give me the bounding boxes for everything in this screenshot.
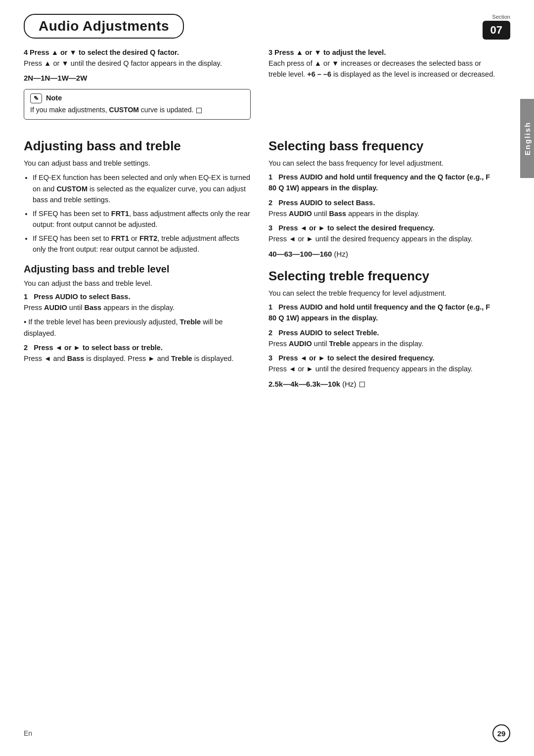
treble-freq-intro: You can select the treble frequency for … <box>268 288 495 299</box>
bass-step-3-sequence: 40—63—100—160 (Hz) <box>268 248 495 260</box>
note-content: If you make adjustments, CUSTOM curve is… <box>30 105 202 115</box>
footer-page: 29 <box>492 724 510 742</box>
step-4-body: Press ▲ or ▼ until the desired Q factor … <box>24 58 251 69</box>
left-step-1: 1 Press AUDIO to select Bass. Press AUDI… <box>24 293 251 339</box>
bass-step-2: 2 Press AUDIO to select Bass. Press AUDI… <box>268 199 495 219</box>
bass-step-2-body: Press AUDIO until Bass appears in the di… <box>268 208 495 219</box>
bass-step-3-title: 3 Press ◄ or ► to select the desired fre… <box>268 224 495 232</box>
end-marker <box>196 108 202 113</box>
page-title: Audio Adjustments <box>39 18 169 34</box>
step-4-sequence: 2N—1N—1W—2W <box>24 72 251 84</box>
treble-step-2: 2 Press AUDIO to select Treble. Press AU… <box>268 329 495 349</box>
treble-step-3-body: Press ◄ or ► until the desired frequency… <box>268 363 495 374</box>
step-3-right-body: Each press of ▲ or ▼ increases or decrea… <box>268 58 495 80</box>
bullet-3: If SFEQ has been set to FRT1 or FRT2, tr… <box>33 233 251 255</box>
treble-step-2-body: Press AUDIO until Treble appears in the … <box>268 338 495 349</box>
left-step-2-title: 2 Press ◄ or ► to select bass or treble. <box>24 344 251 352</box>
right-column: Selecting bass frequency You can select … <box>268 130 510 395</box>
left-step-2-body: Press ◄ and Bass is displayed. Press ► a… <box>24 353 251 364</box>
note-box: ✎ Note If you make adjustments, CUSTOM c… <box>24 89 251 120</box>
adjusting-intro: You can adjust bass and treble settings. <box>24 158 251 169</box>
bass-step-2-title: 2 Press AUDIO to select Bass. <box>268 199 495 207</box>
bass-step-3-body: Press ◄ or ► until the desired frequency… <box>268 233 495 244</box>
adjusting-bass-treble-heading: Adjusting bass and treble <box>24 138 251 154</box>
note-icon: ✎ <box>30 93 42 103</box>
top-right-section: 3 Press ▲ or ▼ to adjust the level. Each… <box>268 48 510 125</box>
bass-step-1: 1 Press AUDIO and hold until frequency a… <box>268 172 495 194</box>
bullet-1: If EQ-EX function has been selected and … <box>33 172 251 205</box>
bass-freq-intro: You can select the bass frequency for le… <box>268 158 495 169</box>
section-label: Section <box>483 14 510 20</box>
footer: En 29 <box>0 724 534 742</box>
step-4-title: 4 Press ▲ or ▼ to select the desired Q f… <box>24 48 251 56</box>
treble-step-1: 1 Press AUDIO and hold until frequency a… <box>268 302 495 324</box>
left-step-1-note: ▪ If the treble level has been previousl… <box>24 316 251 339</box>
treble-step-3-title: 3 Press ◄ or ► to select the desired fre… <box>268 354 495 362</box>
treble-step-3-sequence: 2.5k—4k—6.3k—10k (Hz) <box>268 378 495 390</box>
treble-step-2-title: 2 Press AUDIO to select Treble. <box>268 329 495 337</box>
bass-step-3: 3 Press ◄ or ► to select the desired fre… <box>268 224 495 260</box>
bass-step-1-title: 1 Press AUDIO and hold until frequency a… <box>268 172 495 194</box>
page: Audio Adjustments Section 07 English 4 P… <box>0 0 534 756</box>
left-step-2: 2 Press ◄ or ► to select bass or treble.… <box>24 344 251 364</box>
step-3-right-title: 3 Press ▲ or ▼ to adjust the level. <box>268 48 495 56</box>
adjusting-level-intro: You can adjust the bass and treble level… <box>24 278 251 289</box>
treble-freq-heading: Selecting treble frequency <box>268 268 495 284</box>
note-label: Note <box>46 94 62 102</box>
section-badge: Section 07 <box>483 14 510 40</box>
step-3-right: 3 Press ▲ or ▼ to adjust the level. Each… <box>268 48 495 80</box>
bass-freq-heading: Selecting bass frequency <box>268 138 495 154</box>
top-left-section: 4 Press ▲ or ▼ to select the desired Q f… <box>24 48 251 125</box>
main-columns: Adjusting bass and treble You can adjust… <box>0 130 534 395</box>
header: Audio Adjustments Section 07 <box>0 0 534 40</box>
title-box: Audio Adjustments <box>24 14 184 39</box>
side-language-label: English <box>520 99 534 178</box>
section-number: 07 <box>483 21 510 40</box>
adjusting-bullets: If EQ-EX function has been selected and … <box>33 172 251 255</box>
left-step-1-title: 1 Press AUDIO to select Bass. <box>24 293 251 301</box>
step-4: 4 Press ▲ or ▼ to select the desired Q f… <box>24 48 251 84</box>
bullet-2: If SFEQ has been set to FRT1, bass adjus… <box>33 208 251 230</box>
end-marker-treble <box>359 382 365 387</box>
footer-lang: En <box>24 729 32 737</box>
left-step-1-body: Press AUDIO until Bass appears in the di… <box>24 302 251 313</box>
treble-step-1-title: 1 Press AUDIO and hold until frequency a… <box>268 302 495 324</box>
adjusting-level-heading: Adjusting bass and treble level <box>24 264 251 275</box>
treble-step-3: 3 Press ◄ or ► to select the desired fre… <box>268 354 495 390</box>
left-column: Adjusting bass and treble You can adjust… <box>24 130 251 395</box>
